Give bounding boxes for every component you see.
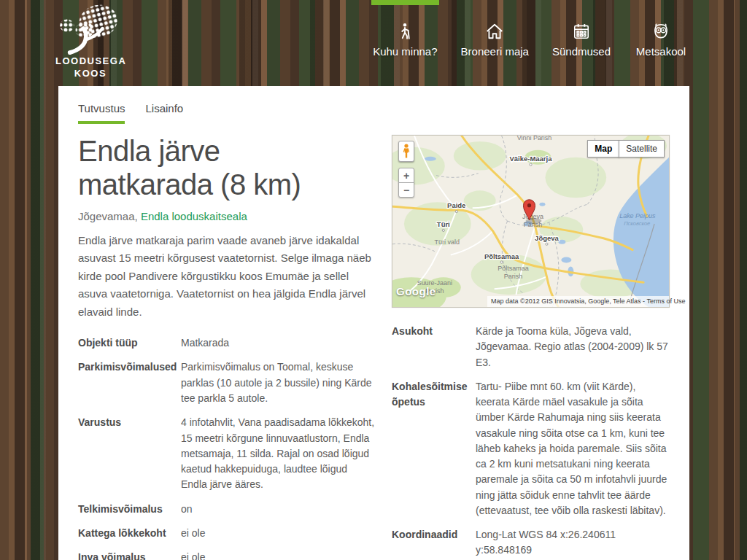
detail-value: ei ole <box>181 526 375 541</box>
nav-label: Sündmused <box>552 45 611 58</box>
map-label-jogeva: Jõgeva <box>535 234 559 242</box>
map-label-turi-vald: Türi vald <box>435 238 460 246</box>
tree-logo-icon <box>58 3 123 55</box>
logo-text: LOODUSEGA KOOS <box>55 55 125 80</box>
detail-label: Kohalesõitmise õpetus <box>392 379 476 518</box>
map-label-paide: Paide <box>447 201 465 209</box>
nav-item-kuhu-minna[interactable]: Kuhu minna? <box>371 0 438 58</box>
street-view-pegman[interactable] <box>398 141 414 162</box>
google-logo[interactable]: Google <box>396 285 436 298</box>
detail-label: Objekti tüüp <box>78 335 181 351</box>
nav-item-metsakool[interactable]: Metsakool <box>632 0 689 58</box>
map-type-map-button[interactable]: Map <box>587 140 619 158</box>
detail-value: Kärde ja Tooma küla, Jõgeva vald, Jõgeva… <box>476 324 670 370</box>
site-logo[interactable]: LOODUSEGA KOOS <box>55 3 125 80</box>
nav-item-sundmused[interactable]: Sündmused <box>551 0 612 58</box>
map-label-vaike-maarja: Väike-Maarja <box>510 155 553 163</box>
detail-value: Long-Lat WGS 84 x:26.240611 y:58.848169 … <box>476 527 670 560</box>
nav-label: Metsakool <box>636 45 686 58</box>
protected-area-link[interactable]: Endla looduskaitseala <box>141 210 247 222</box>
tab-tutvustus[interactable]: Tutvustus <box>78 102 125 124</box>
hiker-icon <box>395 20 414 41</box>
detail-row: Kohalesõitmise õpetusTartu- Piibe mnt 60… <box>392 379 670 518</box>
detail-label: Kattega lõkkekoht <box>78 526 181 541</box>
detail-value: Parkimisvõimalus on Toomal, keskuse park… <box>181 359 375 406</box>
svg-text:Псковское: Псковское <box>624 220 650 227</box>
detail-value: Matkarada <box>181 335 375 351</box>
calendar-icon <box>572 20 591 41</box>
detail-row: Varustus4 infotahvlit, Vana paadisadama … <box>78 415 375 492</box>
sidebar-column: Vinni Parish Väike-Maarja Paide Türi Tür… <box>392 135 670 560</box>
content-panel: Tutvustus Lisainfo Endla järvematkarada … <box>58 86 689 560</box>
nav-label: Kuhu minna? <box>373 45 437 58</box>
map-attribution: Map data ©2012 GIS Innovatsia, Google, T… <box>487 296 669 307</box>
tab-lisainfo[interactable]: Lisainfo <box>145 102 183 124</box>
map-zoom-in-button[interactable]: + <box>398 168 414 183</box>
pegman-icon <box>402 144 411 159</box>
map-label-turi: Türi <box>437 220 450 228</box>
detail-row: KoordinaadidLong-Lat WGS 84 x:26.240611 … <box>392 527 670 560</box>
site-header: LOODUSEGA KOOS Kuhu minna? <box>0 0 747 86</box>
map-label-lake-peipus: Lake Peipus <box>619 212 656 219</box>
details-table-left: Objekti tüüpMatkarada Parkimisvõimalused… <box>78 335 375 560</box>
detail-label: Asukoht <box>392 324 476 370</box>
main-nav: Kuhu minna? Broneeri maja S <box>371 0 689 58</box>
map-type-satellite-button[interactable]: Satellite <box>619 140 665 158</box>
detail-row: Inva võimalusei ole <box>78 550 375 560</box>
tabs: Tutvustus Lisainfo <box>78 102 183 124</box>
map-zoom-controls: + − <box>398 168 414 198</box>
svg-text:Parish: Parish <box>504 273 522 280</box>
region-prefix: Jõgevamaa, <box>78 210 141 222</box>
map-label-vinni-parish: Vinni Parish <box>517 136 552 141</box>
detail-value: Tartu- Piibe mnt 60. km (viit Kärde), ke… <box>476 379 670 518</box>
detail-value: on <box>181 502 375 517</box>
details-table-right: AsukohtKärde ja Tooma küla, Jõgeva vald,… <box>392 324 670 560</box>
map-label-poltsamaa: Põltsamaa <box>484 252 519 260</box>
map-type-switcher: Map Satellite <box>587 140 665 158</box>
nav-label: Broneeri maja <box>461 45 529 58</box>
detail-value: ei ole <box>181 550 375 560</box>
map-label-poltsamaa-parish: Põltsamaa <box>498 265 528 272</box>
intro-paragraph: Endla järve matkaraja parim vaade avaneb… <box>78 232 375 321</box>
detail-label: Parkimisvõimalused <box>78 359 181 406</box>
page-title: Endla järvematkarada (8 km) <box>78 134 375 201</box>
map-zoom-out-button[interactable]: − <box>398 182 414 198</box>
detail-row: ParkimisvõimalusedParkimisvõimalus on To… <box>78 359 375 406</box>
detail-value: 4 infotahvlit, Vana paadisadama lõkkekoh… <box>181 415 375 492</box>
map-canvas[interactable]: Vinni Parish Väike-Maarja Paide Türi Tür… <box>392 136 669 307</box>
detail-row: AsukohtKärde ja Tooma küla, Jõgeva vald,… <box>392 324 670 370</box>
detail-row: Objekti tüüpMatkarada <box>78 335 375 351</box>
detail-row: Telkimisvõimaluson <box>78 502 375 517</box>
article-column: Endla järvematkarada (8 km) Jõgevamaa, E… <box>78 134 375 560</box>
house-icon <box>484 20 505 41</box>
map-terms-link[interactable]: Terms of Use <box>646 298 685 305</box>
region-line: Jõgevamaa, Endla looduskaitseala <box>78 210 375 222</box>
map: Vinni Parish Väike-Maarja Paide Türi Tür… <box>392 135 670 308</box>
detail-row: Kattega lõkkekohtei ole <box>78 526 375 541</box>
detail-label: Varustus <box>78 415 181 492</box>
detail-label: Telkimisvõimalus <box>78 502 181 517</box>
nav-item-broneeri-maja[interactable]: Broneeri maja <box>460 0 530 58</box>
owl-icon <box>651 20 670 41</box>
detail-label: Koordinaadid <box>392 527 476 560</box>
detail-label: Inva võimalus <box>78 550 181 560</box>
